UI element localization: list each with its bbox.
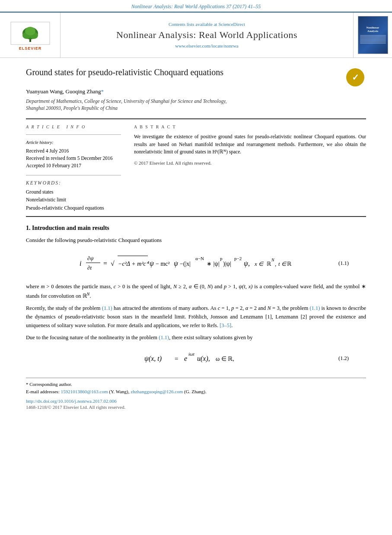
divider-after-affiliation: [26, 118, 366, 119]
svg-text:✓: ✓: [352, 73, 359, 82]
svg-text:ψ: ψ: [150, 260, 154, 268]
bottom-copyright: 1468-1218/© 2017 Elsevier Ltd. All right…: [26, 404, 366, 410]
crossmark[interactable]: ✓: [344, 67, 366, 88]
article-info-column: A R T I C L E I N F O Article history: R…: [26, 124, 121, 212]
svg-text:,: ,: [275, 261, 276, 267]
divider-article-info: [26, 134, 121, 135]
doi-link[interactable]: http://dx.doi.org/10.1016/j.nonrwa.2017.…: [26, 398, 366, 404]
keyword-2: Nonrelativistic limit: [26, 196, 121, 204]
equation-1-1: i ∂ψ ∂t = √ −c²Δ + m²c⁴ ψ − mc² ψ −(|x|: [43, 251, 323, 276]
svg-text:− mc²: − mc²: [156, 261, 170, 267]
para-after-eq1: where m > 0 denotes the particle mass, c…: [26, 282, 366, 300]
svg-text:ψ(x, t): ψ(x, t): [144, 355, 162, 363]
affiliation: Department of Mathematics, College of Sc…: [26, 98, 366, 111]
email-1-link[interactable]: 15921013860@163.com: [61, 389, 108, 394]
para-focusing-nature: Due to the focusing nature of the nonlin…: [26, 333, 366, 342]
abstract-text: We investigate the existence of positive…: [134, 133, 366, 156]
svg-text:ω ∈ ℝ,: ω ∈ ℝ,: [216, 356, 234, 362]
svg-text:−c²Δ + m²c⁴: −c²Δ + m²c⁴: [118, 261, 149, 267]
elsevier-logo-area: ELSEVIER: [0, 13, 61, 57]
info-section: A R T I C L E I N F O Article history: R…: [26, 124, 366, 212]
author-names: Yuanyuan Wang, Guoqing Zhang: [26, 88, 101, 95]
email-addresses: E-mail addresses: 15921013860@163.com (Y…: [26, 388, 366, 395]
svg-text:ψ,: ψ,: [244, 260, 250, 268]
equation-1-1-number: (1.1): [323, 260, 349, 267]
journal-citation: Nonlinear Analysis: Real World Applicati…: [0, 0, 392, 12]
elsevier-logo-svg: ELSEVIER: [6, 18, 54, 52]
svg-text:i: i: [80, 260, 81, 267]
svg-text:√: √: [111, 260, 115, 267]
received-date: Received 4 July 2016: [26, 147, 121, 155]
divider-after-abstract: [26, 216, 366, 217]
svg-text:N: N: [271, 258, 275, 262]
sciencedirect-link[interactable]: ScienceDirect: [218, 22, 245, 27]
svg-text:iωt: iωt: [188, 351, 195, 357]
svg-text:ℝ: ℝ: [267, 261, 271, 267]
svg-text:=: =: [103, 260, 107, 267]
intro-para-1: Consider the following pseudo-relativist…: [26, 236, 366, 245]
abstract-section: A B S T R A C T We investigate the exist…: [134, 124, 366, 212]
paper-content: Ground states for pseudo-relativistic Ch…: [0, 58, 392, 418]
svg-text:ψ: ψ: [174, 260, 178, 268]
corresponding-author-marker: *: [101, 88, 104, 95]
title-row: Ground states for pseudo-relativistic Ch…: [26, 67, 366, 88]
keyword-3: Pseudo-relativistic Choquard equations: [26, 204, 121, 212]
revised-date: Received in revised form 5 December 2016: [26, 155, 121, 162]
crossmark-icon: ✓: [346, 68, 364, 86]
article-history-label: Article history:: [26, 139, 121, 146]
email-2-link[interactable]: zhzhangguoqing@126.com: [131, 389, 183, 394]
para-recent-study: Recently, the study of the problem (1.1)…: [26, 304, 366, 330]
footnote-section: * Corresponding author. E-mail addresses…: [26, 378, 366, 395]
section-1-heading: 1. Introduction and main results: [26, 225, 366, 232]
keywords-label: Keywords:: [26, 179, 121, 187]
journal-url[interactable]: www.elsevier.com/locate/nonrwa: [175, 43, 239, 48]
svg-text:e: e: [184, 355, 187, 362]
svg-point-5: [25, 27, 35, 35]
svg-text:t ∈: t ∈: [278, 261, 287, 267]
equation-1-1-block: i ∂ψ ∂t = √ −c²Δ + m²c⁴ ψ − mc² ψ −(|x|: [43, 251, 349, 276]
svg-text:∂ψ: ∂ψ: [87, 255, 94, 261]
journal-title: Nonlinear Analysis: Real World Applicati…: [116, 29, 297, 41]
keywords-section: Keywords: Ground states Nonrelativistic …: [26, 175, 121, 212]
corresponding-author-note: * Corresponding author.: [26, 381, 366, 388]
abstract-heading: A B S T R A C T: [134, 124, 366, 131]
journal-cover-image: Nonlinear Analysis: [353, 13, 392, 57]
svg-text:ℝ,: ℝ,: [287, 261, 291, 267]
authors: Yuanyuan Wang, Guoqing Zhang*: [26, 88, 366, 95]
svg-text:∂t: ∂t: [87, 264, 92, 271]
journal-title-area: Contents lists available at ScienceDirec…: [61, 13, 353, 57]
svg-text:p−2: p−2: [234, 256, 242, 261]
svg-text:∗ |ψ|: ∗ |ψ|: [207, 261, 220, 267]
article-info-heading: A R T I C L E I N F O: [26, 124, 121, 130]
equation-1-2: ψ(x, t) = e iωt u(x), ω ∈ ℝ,: [43, 348, 323, 369]
keyword-1: Ground states: [26, 188, 121, 196]
svg-text:α−N: α−N: [195, 256, 204, 261]
svg-text:x ∈: x ∈: [254, 261, 264, 267]
equation-1-2-number: (1.2): [323, 355, 349, 362]
affiliation-line2: Shanghai 200093, People's Republic of Ch…: [26, 105, 118, 111]
copyright-line: © 2017 Elsevier Ltd. All rights reserved…: [134, 159, 366, 167]
journal-header: ELSEVIER Contents lists available at Sci…: [0, 12, 392, 58]
svg-text:ELSEVIER: ELSEVIER: [19, 46, 41, 51]
equation-1-2-block: ψ(x, t) = e iωt u(x), ω ∈ ℝ, (1.2): [43, 348, 349, 369]
svg-text:)|ψ|: )|ψ|: [223, 261, 231, 268]
cover-title: Nonlinear Analysis: [367, 26, 379, 33]
svg-text:p: p: [220, 256, 223, 261]
svg-text:u(x),: u(x),: [197, 355, 210, 363]
affiliation-line1: Department of Mathematics, College of Sc…: [26, 99, 226, 104]
svg-text:−(|x|: −(|x|: [180, 261, 191, 268]
accepted-date: Accepted 10 February 2017: [26, 162, 121, 169]
svg-text:=: =: [175, 355, 178, 362]
contents-line: Contents lists available at ScienceDirec…: [169, 22, 245, 27]
paper-title: Ground states for pseudo-relativistic Ch…: [26, 67, 223, 78]
